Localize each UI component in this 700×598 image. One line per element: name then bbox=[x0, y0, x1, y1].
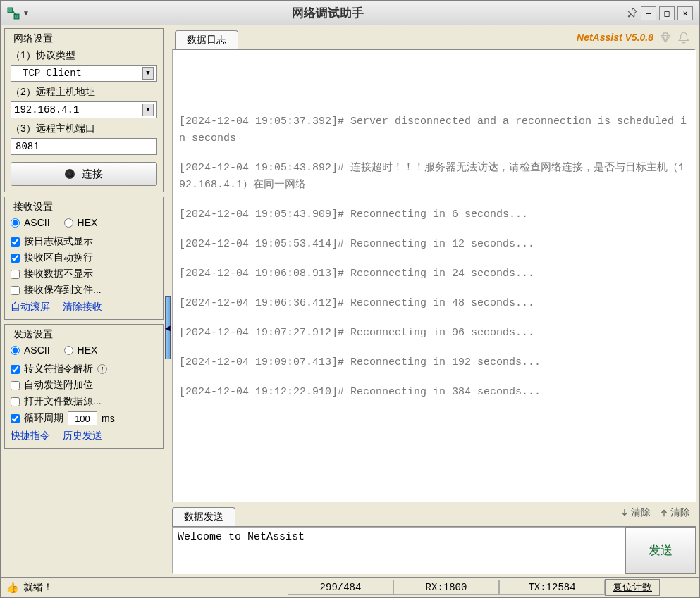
log-line: [2024-12-04 19:05:53.414]# Reconnecting … bbox=[179, 236, 689, 253]
send-loop-label[interactable]: 循环周期 bbox=[24, 412, 63, 425]
send-ascii-radio[interactable] bbox=[11, 346, 20, 355]
send-loop-check[interactable] bbox=[11, 414, 20, 423]
loop-unit: ms bbox=[102, 413, 115, 424]
log-tab-header: 数据日志 NetAssist V5.0.8 bbox=[172, 28, 696, 49]
right-panel: 数据日志 NetAssist V5.0.8 [2024-12-04 19:05:… bbox=[172, 28, 696, 574]
pin-icon[interactable] bbox=[627, 8, 638, 19]
recv-hex-label[interactable]: HEX bbox=[78, 217, 98, 228]
recv-hide-label[interactable]: 接收数据不显示 bbox=[24, 268, 93, 280]
shortcut-link[interactable]: 快捷指令 bbox=[11, 430, 50, 442]
send-hex-radio[interactable] bbox=[64, 346, 73, 355]
splitter-handle-icon[interactable]: ◀ bbox=[165, 296, 171, 359]
version-link[interactable]: NetAssist V5.0.8 bbox=[577, 32, 653, 43]
maximize-button[interactable]: □ bbox=[659, 6, 675, 20]
arrow-up-icon bbox=[659, 508, 669, 518]
connect-button[interactable]: 连接 bbox=[11, 162, 157, 186]
recv-autowrap-label[interactable]: 接收区自动换行 bbox=[24, 251, 93, 264]
log-line: [2024-12-04 19:12:22.910]# Reconnecting … bbox=[179, 384, 689, 401]
port-label: （3）远程主机端口 bbox=[11, 123, 157, 135]
log-line: [2024-12-04 19:05:43.909]# Reconnecting … bbox=[179, 206, 689, 223]
send-openfile-check[interactable] bbox=[11, 397, 20, 406]
send-escape-check[interactable] bbox=[11, 365, 20, 374]
history-link[interactable]: 历史发送 bbox=[63, 430, 102, 442]
recv-ascii-label[interactable]: ASCII bbox=[24, 217, 50, 228]
clear-action-1[interactable]: 清除 bbox=[620, 506, 651, 519]
recv-settings-group: 接收设置 ASCII HEX 按日志模式显示 接收区自动换行 接收数据不显示 接… bbox=[4, 197, 164, 320]
log-line: [2024-12-04 19:06:36.412]# Reconnecting … bbox=[179, 295, 689, 312]
thumb-icon: 👍 bbox=[6, 581, 19, 594]
protocol-label: （1）协议类型 bbox=[11, 49, 157, 62]
clear-label-1: 清除 bbox=[631, 506, 651, 519]
left-panel: 网络设置 （1）协议类型 TCP Client ▼ （2）远程主机地址 192.… bbox=[4, 28, 165, 574]
recv-save-check[interactable] bbox=[11, 286, 20, 295]
host-label: （2）远程主机地址 bbox=[11, 86, 157, 99]
version-area: NetAssist V5.0.8 bbox=[577, 31, 690, 44]
log-line: [2024-12-04 19:05:43.892]# 连接超时！！！服务器无法访… bbox=[179, 160, 689, 194]
recv-legend: 接收设置 bbox=[11, 201, 56, 213]
arrow-down-icon bbox=[620, 508, 630, 518]
log-line: [2024-12-04 19:06:08.913]# Reconnecting … bbox=[179, 266, 689, 282]
auto-scroll-link[interactable]: 自动滚屏 bbox=[11, 301, 50, 313]
network-settings-group: 网络设置 （1）协议类型 TCP Client ▼ （2）远程主机地址 192.… bbox=[4, 28, 164, 192]
protocol-select[interactable]: TCP Client ▼ bbox=[11, 65, 157, 82]
minimize-button[interactable]: — bbox=[641, 6, 656, 20]
info-icon[interactable]: i bbox=[97, 364, 107, 374]
titlebar-controls: — □ × bbox=[627, 6, 693, 20]
reset-counter-button[interactable]: 复位计数 bbox=[605, 579, 660, 596]
log-textarea[interactable]: [2024-12-04 19:05:37.392]# Server discon… bbox=[172, 49, 696, 502]
status-left: 👍 就绪！ bbox=[6, 581, 288, 594]
send-actions: 清除 清除 bbox=[620, 506, 690, 519]
clear-action-2[interactable]: 清除 bbox=[659, 506, 690, 519]
send-ascii-label[interactable]: ASCII bbox=[24, 344, 50, 356]
host-value: 192.168.4.1 bbox=[14, 104, 79, 116]
recv-hex-radio[interactable] bbox=[64, 218, 73, 228]
send-button[interactable]: 发送 bbox=[625, 527, 696, 574]
send-tab[interactable]: 数据发送 bbox=[172, 507, 235, 526]
diamond-icon[interactable] bbox=[659, 31, 672, 44]
status-counts: 299/484 bbox=[288, 580, 393, 595]
send-hex-label[interactable]: HEX bbox=[78, 344, 98, 356]
window-title: 网络调试助手 bbox=[30, 5, 627, 21]
status-rx: RX:1800 bbox=[393, 580, 499, 595]
send-openfile-label[interactable]: 打开文件数据源... bbox=[24, 395, 102, 408]
port-input[interactable] bbox=[11, 138, 157, 155]
send-append-label[interactable]: 自动发送附加位 bbox=[24, 379, 93, 392]
send-textarea[interactable] bbox=[172, 527, 625, 574]
app-window: ▼ 网络调试助手 — □ × 网络设置 （1）协议类型 TCP Client ▼… bbox=[0, 0, 700, 598]
send-append-check[interactable] bbox=[11, 381, 20, 390]
recv-logmode-label[interactable]: 按日志模式显示 bbox=[24, 235, 93, 248]
bell-icon[interactable] bbox=[677, 31, 690, 44]
recv-logmode-check[interactable] bbox=[11, 237, 20, 247]
log-tab[interactable]: 数据日志 bbox=[175, 30, 238, 49]
log-line: [2024-12-04 19:05:37.392]# Server discon… bbox=[179, 113, 689, 147]
recv-hide-check[interactable] bbox=[11, 270, 20, 279]
log-line: [2024-12-04 19:09:07.413]# Reconnecting … bbox=[179, 354, 689, 371]
clear-label-2: 清除 bbox=[670, 506, 690, 519]
send-body: 发送 bbox=[172, 526, 696, 574]
send-escape-label[interactable]: 转义符指令解析 bbox=[24, 363, 93, 375]
send-settings-group: 发送设置 ASCII HEX 转义符指令解析i 自动发送附加位 打开文件数据源.… bbox=[4, 324, 164, 449]
send-tab-header: 数据发送 清除 清除 bbox=[172, 505, 696, 526]
loop-period-input[interactable] bbox=[68, 411, 97, 425]
network-legend: 网络设置 bbox=[11, 32, 56, 45]
svg-rect-0 bbox=[8, 8, 13, 13]
window-body: 网络设置 （1）协议类型 TCP Client ▼ （2）远程主机地址 192.… bbox=[1, 25, 699, 577]
status-tx: TX:12584 bbox=[499, 580, 605, 595]
send-section: 数据发送 清除 清除 发送 bbox=[172, 505, 696, 574]
titlebar[interactable]: ▼ 网络调试助手 — □ × bbox=[1, 1, 699, 25]
host-select[interactable]: 192.168.4.1 ▼ bbox=[11, 101, 157, 118]
chevron-down-icon: ▼ bbox=[142, 104, 154, 116]
clear-recv-link[interactable]: 清除接收 bbox=[63, 301, 102, 313]
splitter[interactable]: ◀ bbox=[165, 28, 172, 574]
recv-ascii-radio[interactable] bbox=[11, 218, 20, 228]
recv-autowrap-check[interactable] bbox=[11, 254, 20, 263]
recv-save-label[interactable]: 接收保存到文件... bbox=[24, 284, 102, 297]
status-ready: 就绪！ bbox=[23, 581, 53, 594]
statusbar: 👍 就绪！ 299/484 RX:1800 TX:12584 复位计数 bbox=[1, 577, 699, 597]
send-legend: 发送设置 bbox=[11, 328, 56, 341]
chevron-down-icon: ▼ bbox=[142, 67, 154, 80]
log-line: [2024-12-04 19:07:27.912]# Reconnecting … bbox=[179, 325, 689, 342]
titlebar-dropdown-icon[interactable]: ▼ bbox=[23, 9, 30, 17]
close-button[interactable]: × bbox=[677, 6, 693, 20]
connect-label: 连接 bbox=[82, 168, 103, 181]
